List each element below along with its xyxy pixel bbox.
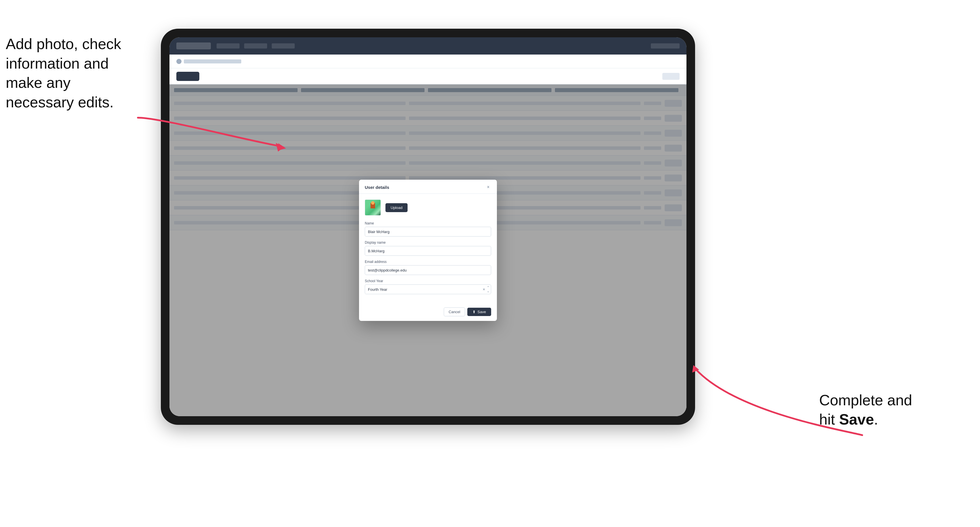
- school-year-dropdown-button[interactable]: ⌃⌄: [487, 286, 489, 293]
- display-name-field-group: Display name: [365, 241, 491, 256]
- school-year-controls: × ⌃⌄: [482, 286, 489, 293]
- upload-button[interactable]: Upload: [385, 203, 407, 212]
- display-name-label: Display name: [365, 241, 491, 244]
- app-header: [169, 37, 686, 54]
- name-label: Name: [365, 221, 491, 225]
- save-icon: ⬆: [473, 310, 476, 314]
- display-name-input[interactable]: [365, 246, 491, 256]
- modal-header: User details ×: [359, 180, 497, 194]
- email-field-group: Email address: [365, 260, 491, 275]
- annotation-left: Add photo, check information and make an…: [6, 35, 126, 112]
- app-nav: [216, 43, 295, 49]
- school-year-wrapper: × ⌃⌄: [365, 284, 491, 294]
- annotation-left-line2: information and: [6, 55, 108, 72]
- modal-close-button[interactable]: ×: [485, 184, 491, 190]
- cancel-button[interactable]: Cancel: [444, 307, 465, 316]
- toolbar-right-btn: [662, 73, 679, 80]
- modal-body: Upload Name Display name: [359, 194, 497, 304]
- save-button[interactable]: ⬆ Save: [467, 308, 491, 316]
- school-year-clear-button[interactable]: ×: [482, 287, 486, 292]
- right-arrow: [678, 360, 868, 441]
- email-input[interactable]: [365, 265, 491, 275]
- breadcrumb-bar: [169, 54, 686, 68]
- modal-title: User details: [365, 185, 389, 190]
- photo-section: Upload: [365, 200, 491, 216]
- breadcrumb-icon: [177, 59, 181, 64]
- toolbar-main-btn[interactable]: [177, 72, 199, 81]
- name-input[interactable]: [365, 227, 491, 237]
- name-field-group: Name: [365, 221, 491, 237]
- modal-dialog: User details × Upload: [359, 180, 497, 321]
- school-year-label: School Year: [365, 279, 491, 283]
- nav-item-2: [244, 43, 267, 49]
- user-photo-img: [365, 200, 380, 215]
- email-label: Email address: [365, 260, 491, 264]
- school-year-input[interactable]: [365, 284, 491, 294]
- annotation-left-line3: make any: [6, 75, 70, 91]
- school-year-field-group: School Year × ⌃⌄: [365, 279, 491, 294]
- save-label: Save: [477, 310, 486, 314]
- toolbar: [169, 68, 686, 84]
- nav-item-1: [216, 43, 240, 49]
- header-right: [651, 43, 679, 49]
- modal-footer: Cancel ⬆ Save: [359, 304, 497, 321]
- tablet-screen: User details × Upload: [169, 37, 686, 416]
- annotation-left-line4: necessary edits.: [6, 94, 114, 111]
- annotation-left-line1: Add photo, check: [6, 36, 121, 52]
- tablet-device: User details × Upload: [161, 29, 695, 425]
- left-arrow: [132, 112, 293, 158]
- nav-item-3: [272, 43, 295, 49]
- user-photo: [365, 200, 381, 216]
- header-right-item: [651, 43, 679, 49]
- breadcrumb-text: [184, 59, 241, 63]
- app-logo: [177, 43, 211, 49]
- svg-marker-1: [276, 143, 284, 152]
